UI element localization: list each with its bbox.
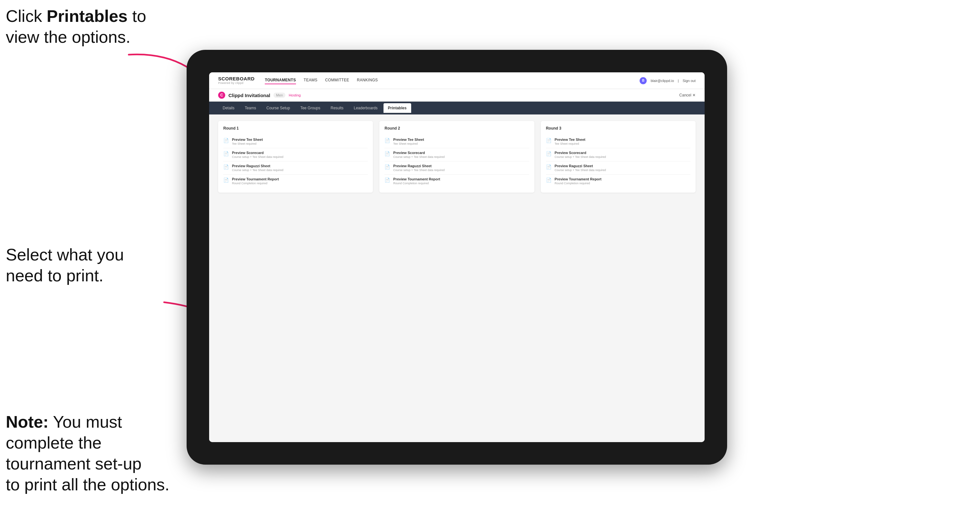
document-icon: 📄 [223, 178, 229, 183]
round-1-tee-sheet-subtitle: Tee Sheet required [232, 142, 263, 145]
tournament-header: C Clippd Invitational Men Hosting Cancel… [209, 89, 705, 102]
document-icon: 📄 [223, 151, 229, 156]
round-3-tee-sheet-title: Preview Tee Sheet [555, 138, 585, 141]
nav-left: SCOREBOARD Powered by clippd TOURNAMENTS… [218, 76, 378, 84]
round-1-tee-sheet-text: Preview Tee Sheet Tee Sheet required [232, 138, 263, 145]
round-3-tee-sheet[interactable]: 📄 Preview Tee Sheet Tee Sheet required [546, 135, 690, 148]
annotation-middle-text: Select what youneed to print. [6, 245, 124, 285]
round-2-tee-sheet[interactable]: 📄 Preview Tee Sheet Tee Sheet required [385, 135, 529, 148]
round-2-tee-sheet-subtitle: Tee Sheet required [393, 142, 424, 145]
main-content: Round 1 📄 Preview Tee Sheet Tee Sheet re… [209, 114, 705, 442]
round-3-tee-sheet-text: Preview Tee Sheet Tee Sheet required [555, 138, 585, 145]
round-2-scorecard-text: Preview Scorecard Course setup + Tee She… [393, 151, 445, 159]
tournament-tag: Men [274, 93, 285, 98]
nav-rankings[interactable]: RANKINGS [357, 76, 378, 84]
round-2-tournament-report[interactable]: 📄 Preview Tournament Report Round Comple… [385, 175, 529, 187]
document-icon: 📄 [546, 164, 552, 170]
user-avatar: B [640, 77, 647, 84]
round-3-scorecard-title: Preview Scorecard [555, 151, 606, 155]
round-3-tee-sheet-subtitle: Tee Sheet required [555, 142, 585, 145]
top-nav: SCOREBOARD Powered by clippd TOURNAMENTS… [209, 72, 705, 89]
tab-course-setup[interactable]: Course Setup [262, 103, 294, 113]
round-1-report-text: Preview Tournament Report Round Completi… [232, 177, 279, 185]
tab-teams[interactable]: Teams [240, 103, 261, 113]
annotation-middle: Select what youneed to print. [6, 244, 124, 286]
logo-main: SCOREBOARD [218, 76, 255, 82]
round-3-scorecard[interactable]: 📄 Preview Scorecard Course setup + Tee S… [546, 148, 690, 162]
nav-right: B blair@clippd.io | Sign out [640, 77, 695, 84]
round-1-tee-sheet-title: Preview Tee Sheet [232, 138, 263, 141]
round-3-tournament-report[interactable]: 📄 Preview Tournament Report Round Comple… [546, 175, 690, 187]
scoreboard-logo: SCOREBOARD Powered by clippd [218, 76, 255, 84]
tab-leaderboards[interactable]: Leaderboards [349, 103, 382, 113]
round-3-report-subtitle: Round Completion required [555, 182, 601, 185]
cancel-button[interactable]: Cancel ✕ [679, 93, 695, 97]
separator: | [678, 79, 679, 83]
document-icon: 📄 [385, 138, 390, 143]
annotation-bottom: Note: You mustcomplete thetournament set… [6, 411, 170, 495]
round-1-tournament-report[interactable]: 📄 Preview Tournament Report Round Comple… [223, 175, 368, 187]
annotation-bottom-text: Note: You mustcomplete thetournament set… [6, 413, 170, 494]
round-3-scorecard-text: Preview Scorecard Course setup + Tee She… [555, 151, 606, 159]
rounds-grid: Round 1 📄 Preview Tee Sheet Tee Sheet re… [218, 121, 695, 193]
user-email: blair@clippd.io [651, 79, 674, 83]
tournament-name: Clippd Invitational [228, 93, 270, 98]
round-2-report-subtitle: Round Completion required [393, 182, 440, 185]
round-2-scorecard-subtitle: Course setup + Tee Sheet data required [393, 155, 445, 159]
clippd-logo-icon: C [218, 92, 225, 99]
round-3-title: Round 3 [546, 126, 690, 130]
round-1-report-subtitle: Round Completion required [232, 182, 279, 185]
tab-details[interactable]: Details [218, 103, 239, 113]
round-2-report-title: Preview Tournament Report [393, 177, 440, 181]
round-1-raguzzi[interactable]: 📄 Preview Raguzzi Sheet Course setup + T… [223, 162, 368, 175]
round-1-tee-sheet[interactable]: 📄 Preview Tee Sheet Tee Sheet required [223, 135, 368, 148]
round-2-scorecard[interactable]: 📄 Preview Scorecard Course setup + Tee S… [385, 148, 529, 162]
round-3-column: Round 3 📄 Preview Tee Sheet Tee Sheet re… [541, 121, 695, 193]
round-1-column: Round 1 📄 Preview Tee Sheet Tee Sheet re… [218, 121, 373, 193]
round-2-raguzzi-title: Preview Raguzzi Sheet [393, 164, 445, 168]
logo-sub: Powered by clippd [218, 82, 255, 85]
tab-results[interactable]: Results [326, 103, 348, 113]
round-1-scorecard[interactable]: 📄 Preview Scorecard Course setup + Tee S… [223, 148, 368, 162]
round-2-title: Round 2 [385, 126, 529, 130]
round-1-raguzzi-text: Preview Raguzzi Sheet Course setup + Tee… [232, 164, 283, 172]
hosting-badge: Hosting [289, 93, 301, 97]
round-1-raguzzi-subtitle: Course setup + Tee Sheet data required [232, 168, 283, 172]
round-2-tee-sheet-text: Preview Tee Sheet Tee Sheet required [393, 138, 424, 145]
round-3-raguzzi-title: Preview Raguzzi Sheet [555, 164, 606, 168]
round-2-raguzzi-subtitle: Course setup + Tee Sheet data required [393, 168, 445, 172]
document-icon: 📄 [385, 164, 390, 170]
round-3-scorecard-subtitle: Course setup + Tee Sheet data required [555, 155, 606, 159]
round-1-report-title: Preview Tournament Report [232, 177, 279, 181]
round-2-raguzzi-text: Preview Raguzzi Sheet Course setup + Tee… [393, 164, 445, 172]
document-icon: 📄 [385, 178, 390, 183]
round-2-raguzzi[interactable]: 📄 Preview Raguzzi Sheet Course setup + T… [385, 162, 529, 175]
round-3-raguzzi-subtitle: Course setup + Tee Sheet data required [555, 168, 606, 172]
document-icon: 📄 [546, 138, 552, 143]
nav-committee[interactable]: COMMITTEE [325, 76, 349, 84]
round-3-report-title: Preview Tournament Report [555, 177, 601, 181]
tab-tee-groups[interactable]: Tee Groups [296, 103, 325, 113]
document-icon: 📄 [546, 151, 552, 156]
sign-out-link[interactable]: Sign out [683, 79, 695, 83]
annotation-top: Click Printables toview the options. [6, 6, 146, 48]
round-2-tee-sheet-title: Preview Tee Sheet [393, 138, 424, 141]
round-2-scorecard-title: Preview Scorecard [393, 151, 445, 155]
sub-nav: Details Teams Course Setup Tee Groups Re… [209, 102, 705, 114]
round-2-report-text: Preview Tournament Report Round Completi… [393, 177, 440, 185]
round-3-raguzzi[interactable]: 📄 Preview Raguzzi Sheet Course setup + T… [546, 162, 690, 175]
tab-printables[interactable]: Printables [383, 103, 411, 113]
nav-tournaments[interactable]: TOURNAMENTS [265, 76, 296, 84]
round-3-report-text: Preview Tournament Report Round Completi… [555, 177, 601, 185]
document-icon: 📄 [385, 151, 390, 156]
round-2-column: Round 2 📄 Preview Tee Sheet Tee Sheet re… [379, 121, 534, 193]
round-1-scorecard-text: Preview Scorecard Course setup + Tee She… [232, 151, 283, 159]
tablet-device: SCOREBOARD Powered by clippd TOURNAMENTS… [187, 50, 727, 465]
tournament-title-row: C Clippd Invitational Men Hosting [218, 92, 301, 99]
nav-teams[interactable]: TEAMS [304, 76, 318, 84]
document-icon: 📄 [546, 178, 552, 183]
round-1-raguzzi-title: Preview Raguzzi Sheet [232, 164, 283, 168]
tablet-screen: SCOREBOARD Powered by clippd TOURNAMENTS… [209, 72, 705, 442]
nav-links: TOURNAMENTS TEAMS COMMITTEE RANKINGS [265, 76, 378, 84]
document-icon: 📄 [223, 138, 229, 143]
